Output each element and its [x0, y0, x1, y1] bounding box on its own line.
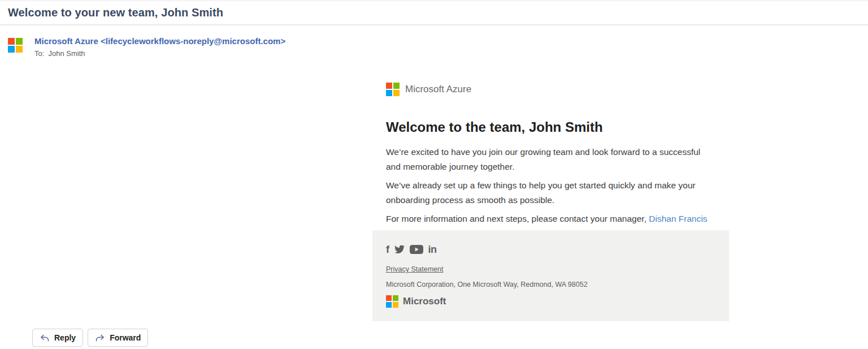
ms-square-red — [386, 83, 392, 89]
microsoft-logo-icon — [386, 295, 398, 308]
ms-square-blue — [386, 302, 392, 308]
ms-square-yellow — [393, 302, 398, 308]
email-body: Microsoft Azure Welcome to the team, Joh… — [372, 83, 729, 321]
manager-link[interactable]: Dishan Francis — [649, 214, 707, 223]
facebook-icon[interactable]: f — [386, 244, 389, 255]
twitter-icon[interactable] — [394, 245, 405, 254]
email-paragraph-3: For more information and next steps, ple… — [386, 212, 715, 226]
social-icons-row: f in — [386, 244, 715, 255]
subject-bar: Welcome to your new team, John Smith — [0, 0, 868, 25]
ms-square-yellow — [16, 46, 23, 53]
ms-square-yellow — [393, 90, 400, 96]
linkedin-icon[interactable]: in — [428, 244, 437, 255]
email-heading: Welcome to the team, John Smith — [386, 118, 715, 136]
ms-square-red — [8, 38, 15, 45]
email-paragraph-2: We’ve already set up a few things to hel… — [386, 178, 715, 208]
sender-row: Microsoft Azure <lifecycleworkflows-nore… — [8, 36, 285, 58]
forward-arrow-icon — [95, 333, 105, 343]
ms-square-blue — [8, 46, 15, 53]
youtube-icon[interactable] — [410, 244, 423, 255]
ms-square-green — [16, 38, 23, 45]
email-footer: f in Privacy Statement Microsoft Corpora… — [372, 230, 729, 321]
reply-arrow-icon — [40, 333, 50, 343]
microsoft-logo-icon — [386, 83, 400, 96]
microsoft-logo-lockup: Microsoft — [386, 295, 715, 308]
ms-square-green — [393, 295, 398, 301]
ms-square-red — [386, 295, 392, 301]
reply-button[interactable]: Reply — [32, 329, 83, 347]
sender-name[interactable]: Microsoft Azure <lifecycleworkflows-nore… — [34, 36, 285, 46]
microsoft-wordmark: Microsoft — [403, 296, 446, 307]
message-actions: Reply Forward — [32, 329, 148, 347]
azure-logo-lockup: Microsoft Azure — [386, 83, 715, 96]
microsoft-logo-avatar — [8, 38, 23, 53]
reply-button-label: Reply — [54, 333, 76, 342]
ms-square-green — [393, 83, 400, 89]
footer-address: Microsoft Corporation, One Microsoft Way… — [386, 281, 715, 288]
ms-square-blue — [386, 90, 392, 96]
azure-wordmark: Microsoft Azure — [405, 84, 471, 95]
forward-button[interactable]: Forward — [88, 329, 148, 347]
sender-text-block: Microsoft Azure <lifecycleworkflows-nore… — [34, 36, 285, 58]
email-paragraph-3-text: For more information and next steps, ple… — [386, 214, 649, 223]
forward-button-label: Forward — [110, 333, 141, 342]
email-subject: Welcome to your new team, John Smith — [8, 6, 223, 19]
email-paragraph-1: We’re excited to have you join our growi… — [386, 145, 715, 174]
recipient-line: To: John Smith — [34, 49, 285, 58]
privacy-statement-link[interactable]: Privacy Statement — [386, 265, 443, 273]
